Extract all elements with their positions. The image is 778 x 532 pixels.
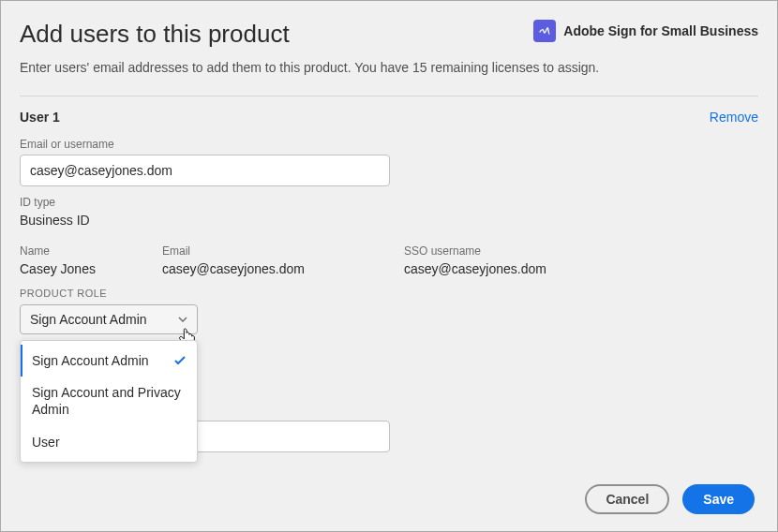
product-role-label: PRODUCT ROLE	[20, 288, 758, 299]
adobe-sign-icon	[533, 20, 556, 42]
save-button[interactable]: Save	[682, 484, 755, 514]
dropdown-option-sign-account-privacy-admin[interactable]: Sign Account and Privacy Admin	[21, 377, 197, 425]
user-1-label: User 1	[20, 110, 60, 125]
chevron-down-icon	[178, 315, 187, 324]
product-role-dropdown[interactable]: Sign Account Admin	[20, 304, 198, 334]
sso-value: casey@caseyjones.dom	[404, 261, 685, 276]
email-field-label: Email or username	[20, 138, 758, 151]
name-label: Name	[20, 244, 162, 258]
dropdown-selected-text: Sign Account Admin	[30, 312, 147, 327]
product-badge: Adobe Sign for Small Business	[533, 20, 758, 42]
dropdown-option-label: User	[32, 434, 60, 451]
id-type-label: ID type	[20, 196, 758, 209]
email-col-value: casey@caseyjones.dom	[162, 261, 404, 276]
cancel-button[interactable]: Cancel	[585, 484, 669, 514]
id-type-value: Business ID	[20, 213, 758, 228]
dropdown-option-label: Sign Account Admin	[32, 352, 149, 369]
name-value: Casey Jones	[20, 261, 162, 276]
check-icon	[174, 352, 186, 369]
product-name: Adobe Sign for Small Business	[563, 23, 758, 38]
dropdown-option-label: Sign Account and Privacy Admin	[32, 384, 186, 418]
page-title: Add users to this product	[20, 20, 290, 49]
dropdown-option-user[interactable]: User	[21, 426, 197, 458]
remove-link[interactable]: Remove	[710, 110, 758, 125]
divider	[20, 96, 758, 96]
sso-label: SSO username	[404, 244, 685, 258]
dropdown-option-sign-account-admin[interactable]: Sign Account Admin	[21, 345, 197, 377]
dropdown-menu: Sign Account Admin Sign Account and Priv…	[20, 340, 198, 463]
subtitle: Enter users' email addresses to add them…	[20, 60, 758, 75]
email-input[interactable]	[20, 155, 390, 186]
email-col-label: Email	[162, 244, 404, 258]
